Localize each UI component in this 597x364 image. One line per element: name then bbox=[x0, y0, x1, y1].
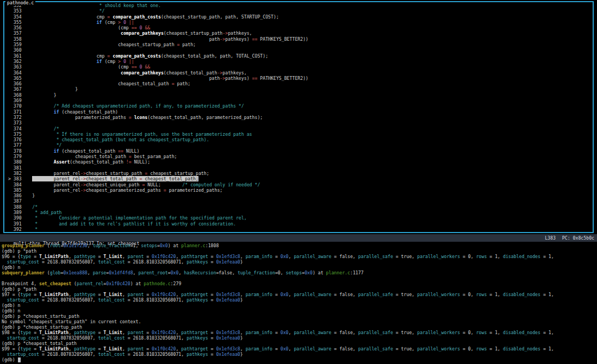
source-line: 371 if (cheapest_total_path) bbox=[5, 109, 593, 115]
source-line: 382 parent_rel->cheapest_startup_path = … bbox=[5, 171, 593, 176]
pc-indicator: PC: 0x8c5b0c bbox=[562, 235, 594, 241]
source-line: 360 bbox=[5, 47, 593, 53]
source-line: 352 * should keep that one. bbox=[5, 3, 593, 8]
source-line: 358 path->pathkeys) == PATHKEYS_BETTER2)… bbox=[5, 36, 593, 42]
source-line: 392 * bbox=[5, 227, 593, 232]
source-line: 365 path->pathkeys) == PATHKEYS_BETTER2)… bbox=[5, 76, 593, 81]
console-line: (gdb) p *path bbox=[2, 248, 597, 254]
source-line: 355 if (cmp > 0 || bbox=[5, 20, 593, 25]
source-line: 386 } bbox=[5, 193, 593, 198]
source-line: 378 if (cheapest_total_path == NULL) bbox=[5, 148, 593, 154]
console-line: startup_cost = 2618.807832056807, total_… bbox=[2, 297, 597, 303]
console-line: $97 = {type = T_LimitPath, pathtype = T_… bbox=[2, 292, 597, 297]
source-line: 366 cheapest_total_path = path; bbox=[5, 81, 593, 86]
console-line: grouping_planner (root=0x1e1f230, tuple_… bbox=[2, 243, 597, 248]
source-line: 388 /* bbox=[5, 204, 593, 210]
console-line: $96 = {type = T_LimitPath, pathtype = T_… bbox=[2, 254, 597, 259]
source-line: 376 * cheapest_total_path (but not as ch… bbox=[5, 137, 593, 142]
console-line: (gdb) n bbox=[2, 303, 597, 308]
source-line: 373 bbox=[5, 120, 593, 125]
console-line: startup_cost = 2618.807832056807, total_… bbox=[2, 352, 597, 357]
source-line: 368 } bbox=[5, 92, 593, 98]
console-line: subquery_planner (glob=0x1eea888, parse=… bbox=[2, 270, 597, 275]
console-line: (gdb) p *cheapest_startu_path bbox=[2, 313, 597, 319]
status-right: L383PC: 0x8c5b0c bbox=[545, 235, 594, 241]
console-line: (gdb) p *path bbox=[2, 286, 597, 292]
console-line: $98 = {type = T_LimitPath, pathtype = T_… bbox=[2, 330, 597, 335]
terminal[interactable]: pathnode.c 352 * should keep that one. 3… bbox=[0, 0, 597, 364]
source-line: 384 parent_rel->cheapest_unique_path = N… bbox=[5, 182, 593, 187]
source-line: 381 bbox=[5, 165, 593, 171]
source-line: 379 cheapest_total_path = best_param_pat… bbox=[5, 154, 593, 159]
source-line: 369 bbox=[5, 98, 593, 103]
line-indicator: L383 bbox=[545, 235, 556, 241]
source-line: 374 /* bbox=[5, 126, 593, 131]
source-code: 352 * should keep that one. 353 */ 354 c… bbox=[4, 2, 593, 232]
source-line: 385 parent_rel->cheapest_parameterized_p… bbox=[5, 187, 593, 193]
console-line: startup_cost = 2618.807832056807, total_… bbox=[2, 335, 597, 341]
source-line: 353 */ bbox=[5, 8, 593, 14]
source-line: 389 * add_path bbox=[5, 210, 593, 215]
console-line: (gdb) p *cheapest_total_path bbox=[2, 341, 597, 346]
cursor bbox=[18, 357, 21, 362]
console-output[interactable]: grouping_planner (root=0x1e1f230, tuple_… bbox=[2, 243, 597, 364]
console-line: Breakpoint 4, set_cheapest (parent_rel=0… bbox=[2, 281, 597, 286]
console-line bbox=[2, 275, 597, 281]
source-line: 391 * and add it to the rel's pathlist i… bbox=[5, 221, 593, 227]
source-line: 375 * If there is no unparameterized pat… bbox=[5, 131, 593, 137]
source-line: 359 cheapest_startup_path = path; bbox=[5, 42, 593, 47]
source-line: 354 cmp = compare_path_costs(cheapest_st… bbox=[5, 14, 593, 20]
source-line: 387 bbox=[5, 198, 593, 204]
source-line: 380 Assert(cheapest_total_path != NULL); bbox=[5, 159, 593, 165]
console-line: (gdb) bbox=[2, 357, 597, 362]
source-line: 362 if (cmp > 0 || bbox=[5, 59, 593, 64]
console-line: No symbol "cheapest_startu_path" in curr… bbox=[2, 319, 597, 324]
source-line: 356 (cmp == 0 && bbox=[5, 25, 593, 30]
console-line: (gdb) p *cheapest_startup_path bbox=[2, 324, 597, 330]
source-line: 390 * Consider a potential implementatio… bbox=[5, 215, 593, 221]
source-line: 372 parameterized_paths = lcons(cheapest… bbox=[5, 115, 593, 120]
source-line: 377 */ bbox=[5, 142, 593, 148]
console-line: (gdb) n bbox=[2, 308, 597, 313]
source-line: 357 compare_pathkeys(cheapest_startup_pa… bbox=[5, 30, 593, 36]
source-line: 367 } bbox=[5, 86, 593, 92]
source-window: pathnode.c 352 * should keep that one. 3… bbox=[3, 1, 594, 233]
console-line: startup_cost = 2618.807832056807, total_… bbox=[2, 259, 597, 265]
source-line: 361 cmp = compare_path_costs(cheapest_to… bbox=[5, 53, 593, 59]
source-line: 370 /* Add cheapest unparameterized path… bbox=[5, 103, 593, 109]
source-window-title: pathnode.c bbox=[5, 0, 35, 5]
source-line: > 383 parent_rel->cheapest_total_path = … bbox=[5, 176, 593, 181]
console-line: (gdb) n bbox=[2, 265, 597, 270]
status-bar: multi-thre Thread 0x7f4e19a137 In: set_c… bbox=[0, 234, 597, 242]
source-line: 363 (cmp == 0 && bbox=[5, 64, 593, 70]
source-line: 364 compare_pathkeys(cheapest_total_path… bbox=[5, 70, 593, 76]
console-line: $99 = {type = T_LimitPath, pathtype = T_… bbox=[2, 346, 597, 352]
